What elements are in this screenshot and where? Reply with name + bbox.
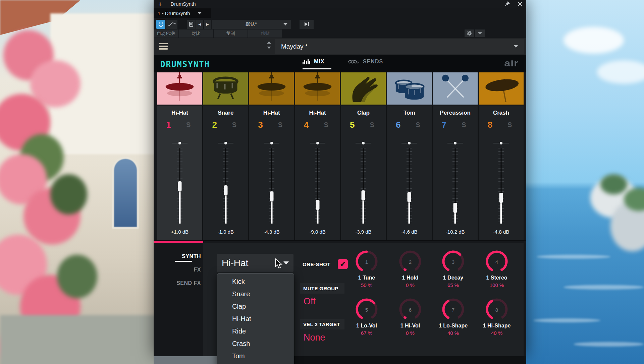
preset-file-button[interactable] <box>187 20 196 29</box>
mixer-strip-5[interactable]: Clap5S-3.9 dB <box>341 106 386 241</box>
knob-1-decay[interactable]: 31 Decay65 % <box>431 249 475 288</box>
mixer-strip-8[interactable]: Crash8S-4.8 dB <box>479 106 524 241</box>
settings-button[interactable] <box>465 29 474 37</box>
mute-group-value[interactable]: Off <box>304 296 316 307</box>
one-shot-label: ONE-SHOT <box>303 261 330 267</box>
fader-handle[interactable] <box>270 191 273 201</box>
insert-after-button[interactable] <box>300 20 314 29</box>
pad-tom-6[interactable] <box>387 72 432 105</box>
solo-button[interactable]: S <box>505 121 515 129</box>
fader-value: -1.0 dB <box>203 229 248 235</box>
knob-1-lo-vol[interactable]: 51 Lo-Vol67 % <box>345 297 388 336</box>
volume-fader[interactable] <box>341 148 386 224</box>
knob-value: 40 % <box>475 330 519 336</box>
step-up-icon[interactable] <box>267 41 271 44</box>
preset-selector[interactable]: 默认* <box>212 20 291 29</box>
pad-percussion-7[interactable] <box>433 72 478 105</box>
volume-fader[interactable] <box>295 148 340 224</box>
solo-button[interactable]: S <box>413 121 423 129</box>
volume-fader[interactable] <box>479 148 524 224</box>
menu-icon[interactable] <box>159 43 168 51</box>
fader-handle[interactable] <box>362 190 365 200</box>
pin-icon[interactable] <box>504 1 510 7</box>
program-stepper[interactable] <box>267 41 271 49</box>
fader-handle[interactable] <box>316 200 319 210</box>
pad-crash-8[interactable] <box>479 72 524 105</box>
add-tab-icon[interactable]: + <box>158 1 162 7</box>
tab-sends[interactable]: SENDS <box>348 59 383 65</box>
pan-knob[interactable] <box>500 142 502 144</box>
voice-option-tom[interactable]: Tom <box>217 350 294 362</box>
pad-hi-hat-3[interactable] <box>249 72 294 105</box>
solo-button[interactable]: S <box>229 121 239 129</box>
automation-curve-button[interactable] <box>166 20 177 29</box>
mixer-strip-7[interactable]: Percussion7S-10.2 dB <box>433 106 478 241</box>
volume-fader[interactable] <box>203 148 248 224</box>
knob-1-tune[interactable]: 11 Tune50 % <box>345 249 388 288</box>
knob-1-lo-shape[interactable]: 71 Lo-Shape40 % <box>431 297 475 336</box>
solo-button[interactable]: S <box>183 121 194 129</box>
volume-fader[interactable] <box>433 148 478 224</box>
tab-send-fx[interactable]: SEND FX <box>176 280 201 286</box>
voice-type-dropdown: KickSnareClapHi-HatRideCrashTom <box>217 273 294 364</box>
copy-button[interactable]: 复制 <box>214 29 248 38</box>
volume-fader[interactable] <box>387 148 432 224</box>
mixer-strip-4[interactable]: Hi-Hat4S-9.0 dB <box>295 106 340 241</box>
knob-1-stereo[interactable]: 41 Stereo100 % <box>475 249 519 288</box>
fader-handle[interactable] <box>499 193 503 203</box>
program-selector[interactable]: Mayday * <box>275 39 524 54</box>
settings-dropdown-button[interactable] <box>475 29 485 37</box>
titlebar[interactable]: + DrumSynth <box>154 0 526 8</box>
pan-knob[interactable] <box>362 142 365 144</box>
pan-knob[interactable] <box>270 142 273 144</box>
voice-option-clap[interactable]: Clap <box>217 300 294 313</box>
program-row: Mayday * <box>154 38 526 55</box>
pad-hi-hat-1[interactable] <box>157 72 202 105</box>
pan-knob[interactable] <box>316 142 319 144</box>
compare-button[interactable]: 对比 <box>179 29 213 38</box>
mixer-strip-2[interactable]: Snare2S-1.0 dB <box>203 106 248 241</box>
tab-synth[interactable]: SYNTH <box>182 253 201 259</box>
voice-option-kick[interactable]: Kick <box>217 276 294 288</box>
prev-preset-button[interactable]: ◀ <box>196 20 203 29</box>
next-preset-button[interactable]: ▶ <box>204 20 211 29</box>
voice-option-crash[interactable]: Crash <box>217 338 294 350</box>
knob-1-hi-vol[interactable]: 61 Hi-Vol0 % <box>388 297 432 336</box>
voice-option-hi-hat[interactable]: Hi-Hat <box>217 313 294 325</box>
vel2target-value[interactable]: None <box>304 332 325 343</box>
paste-button[interactable]: 粘贴 <box>248 29 282 38</box>
power-button[interactable] <box>156 20 165 29</box>
pad-snare-2[interactable] <box>203 72 248 105</box>
solo-button[interactable]: S <box>321 121 331 129</box>
preset-selector-value: 默认* <box>246 21 257 27</box>
mixer-strip-6[interactable]: Tom6S-4.6 dB <box>387 106 432 241</box>
mixer-strip-3[interactable]: Hi-Hat3S-4.3 dB <box>249 106 294 241</box>
pan-knob[interactable] <box>178 142 181 144</box>
fader-handle[interactable] <box>178 181 181 191</box>
voice-option-ride[interactable]: Ride <box>217 325 294 338</box>
solo-button[interactable]: S <box>367 121 377 129</box>
instance-selector[interactable]: 1 - DrumSynth <box>154 8 211 18</box>
pad-clap-5[interactable] <box>341 72 386 105</box>
close-icon[interactable] <box>518 2 522 6</box>
pan-knob[interactable] <box>408 142 411 144</box>
fader-handle[interactable] <box>453 203 457 213</box>
knob-1-hi-shape[interactable]: 81 Hi-Shape40 % <box>475 297 519 336</box>
fader-handle[interactable] <box>408 192 411 202</box>
tab-mix[interactable]: MIX <box>303 59 324 65</box>
solo-button[interactable]: S <box>459 121 469 129</box>
tab-fx[interactable]: FX <box>194 267 201 273</box>
pad-hi-hat-4[interactable] <box>295 72 340 105</box>
solo-button[interactable]: S <box>275 121 285 129</box>
mixer-strip-1[interactable]: Hi-Hat1S+1.0 dB <box>157 106 202 241</box>
volume-fader[interactable] <box>157 148 202 224</box>
automation-toggle[interactable]: 自动化:关 <box>154 29 178 38</box>
knob-1-hold[interactable]: 21 Hold0 % <box>388 249 432 288</box>
volume-fader[interactable] <box>249 148 294 224</box>
step-down-icon[interactable] <box>267 47 271 49</box>
pan-knob[interactable] <box>454 142 457 144</box>
pan-knob[interactable] <box>224 142 227 144</box>
fader-handle[interactable] <box>224 185 227 195</box>
chevron-down-icon <box>514 45 518 48</box>
voice-option-snare[interactable]: Snare <box>217 288 294 300</box>
